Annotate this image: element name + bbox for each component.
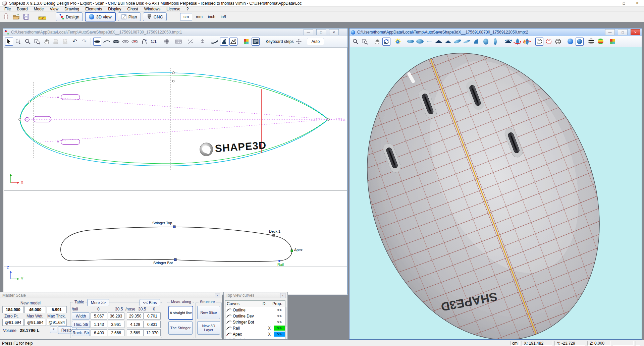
unit-mm[interactable]: mm — [194, 14, 204, 19]
pan-hand-icon[interactable] — [373, 38, 381, 46]
curves-panel-titlebar[interactable]: Top view curves x — [224, 292, 287, 298]
thickness-view-icon[interactable] — [112, 38, 120, 46]
color-squares-icon[interactable] — [608, 38, 616, 46]
pan-hand-icon[interactable] — [43, 38, 51, 46]
rotate-3d-icon[interactable] — [382, 38, 390, 46]
render-stripes-color-icon[interactable] — [596, 38, 604, 46]
maximize-button[interactable]: □ — [617, 0, 631, 7]
view3d-window-titlebar[interactable]: C:\Users\thoma\AppData\Local\Temp\AutoSa… — [350, 28, 642, 36]
measure-icon[interactable] — [186, 38, 195, 46]
view-front-icon[interactable] — [435, 38, 443, 46]
rock-str-row-button[interactable]: Rock. Str — [72, 329, 90, 336]
rotate-flip-icon[interactable] — [523, 38, 531, 46]
menu-view[interactable]: View — [47, 7, 61, 12]
rock-v1[interactable]: 2.666 — [108, 329, 124, 336]
width-row-button[interactable]: Width — [72, 312, 90, 320]
master-scale-titlebar[interactable]: Master Scale x — [0, 292, 222, 298]
plan-button[interactable]: Plan — [118, 12, 141, 21]
curve-row-stringer-bot[interactable]: Stringer Bot >> — [225, 319, 285, 325]
thickness-value[interactable]: 5.991 — [47, 306, 67, 313]
open-folder-icon[interactable] — [12, 13, 20, 21]
menu-license[interactable]: License — [163, 7, 183, 12]
guides-panel-icon[interactable] — [174, 38, 182, 46]
zero-pt-value[interactable]: @91.694 — [2, 319, 24, 326]
slice-dev-view-icon[interactable] — [131, 38, 139, 46]
prop-button[interactable]: >> — [274, 320, 285, 325]
grid-icon[interactable] — [162, 38, 170, 46]
curve-row-outline[interactable]: Outline >> — [225, 307, 285, 313]
menu-help[interactable]: ? — [183, 7, 192, 12]
menu-ghost[interactable]: Ghost — [124, 7, 141, 12]
stamp-paste-icon[interactable] — [61, 38, 69, 46]
menu-mode[interactable]: Mode — [31, 7, 47, 12]
thic-v0[interactable]: 1.143 — [91, 321, 107, 328]
light-icon[interactable] — [394, 38, 402, 46]
view-quarter-icon[interactable] — [472, 38, 480, 46]
arch-reset-icon[interactable] — [140, 38, 148, 46]
thic-v1[interactable]: 3.961 — [108, 321, 124, 328]
properties-panel-icon[interactable] — [252, 38, 260, 46]
prop-button[interactable]: >> — [274, 307, 285, 312]
rocker-view-icon[interactable] — [103, 38, 111, 46]
render-mesh-icon[interactable] — [554, 38, 562, 46]
straight-line-button[interactable]: A straight line — [168, 306, 193, 320]
menu-board[interactable]: Board — [14, 7, 31, 12]
view-round-icon[interactable] — [482, 38, 490, 46]
select-arrow-icon[interactable] — [5, 38, 13, 46]
zoom-window-icon[interactable] — [33, 38, 41, 46]
save-icon[interactable] — [22, 13, 30, 21]
render-textured-icon[interactable] — [576, 38, 584, 46]
zoom-icon[interactable] — [24, 38, 32, 46]
curves-panel-close-icon[interactable]: x — [280, 293, 285, 298]
new-board-icon[interactable] — [2, 13, 10, 21]
stamp-copy-icon[interactable] — [52, 38, 60, 46]
zoom-icon[interactable] — [352, 38, 360, 46]
view-back-icon[interactable] — [444, 38, 452, 46]
prop-button[interactable]: >> — [274, 338, 285, 340]
menu-display[interactable]: Display — [105, 7, 124, 12]
view-bottom-icon[interactable] — [416, 38, 424, 46]
btns-button[interactable]: << Btns — [140, 299, 160, 306]
move-cross-icon[interactable] — [295, 38, 303, 46]
curve-row-outline-dev[interactable]: Outline Dev >> — [225, 313, 285, 319]
unit-inch[interactable]: inch — [206, 14, 217, 19]
curve-row-rail[interactable]: Rail X >> — [225, 325, 285, 331]
rock-v0[interactable]: 6.400 — [91, 329, 107, 336]
rock-v3[interactable]: 12.370 — [144, 329, 161, 336]
unit-inf[interactable]: in/f — [219, 14, 228, 19]
thic-v2[interactable]: 4.129 — [127, 321, 144, 328]
master-scale-close-icon[interactable]: x — [215, 293, 220, 298]
new-3d-layer-button[interactable]: New 3D Layer — [197, 321, 220, 335]
view-top-icon[interactable] — [407, 38, 415, 46]
outline-view-icon[interactable] — [93, 38, 101, 46]
render-stripes-bw-icon[interactable] — [587, 38, 595, 46]
redo-icon[interactable]: ↷ — [80, 38, 88, 46]
design-button[interactable]: Design — [56, 12, 83, 21]
menu-file[interactable]: File — [1, 7, 14, 12]
view-vertical-icon[interactable] — [491, 38, 499, 46]
view3d-canvas[interactable]: SHAPE3D — [350, 47, 642, 339]
view-tilt-thin-icon[interactable] — [463, 38, 471, 46]
color-squares-icon[interactable] — [242, 38, 250, 46]
symmetry-line-icon[interactable] — [199, 38, 207, 46]
design-minimize-button[interactable]: — — [304, 29, 313, 35]
width-v2[interactable]: 29.350 — [127, 312, 144, 320]
width-v3[interactable]: 0.701 — [144, 312, 161, 320]
menu-windows[interactable]: Windows — [141, 7, 164, 12]
curves-scrollbar[interactable] — [285, 307, 286, 327]
design-close-button[interactable]: ✕ — [329, 29, 339, 35]
menu-elements[interactable]: Elements — [82, 7, 105, 12]
close-button[interactable]: ✕ — [631, 0, 644, 7]
marquee-select-icon[interactable] — [14, 38, 22, 46]
unit-cm[interactable]: cm — [180, 13, 192, 20]
render-wire-white-icon[interactable] — [535, 38, 543, 46]
design-maximize-button[interactable]: □ — [316, 29, 326, 35]
rock-v2[interactable]: 3.569 — [127, 329, 144, 336]
menu-drawing[interactable]: Drawing — [61, 7, 82, 12]
one-to-one[interactable]: 1:1 — [150, 38, 158, 46]
thic-str-row-button[interactable]: Thic. Str — [72, 321, 90, 328]
undo-icon[interactable]: ↶ — [71, 38, 79, 46]
view3d-maximize-button[interactable]: □ — [618, 29, 628, 35]
view3d-close-button[interactable]: ✕ — [631, 29, 640, 35]
max-wdt-value[interactable]: @91.684 — [24, 319, 46, 326]
